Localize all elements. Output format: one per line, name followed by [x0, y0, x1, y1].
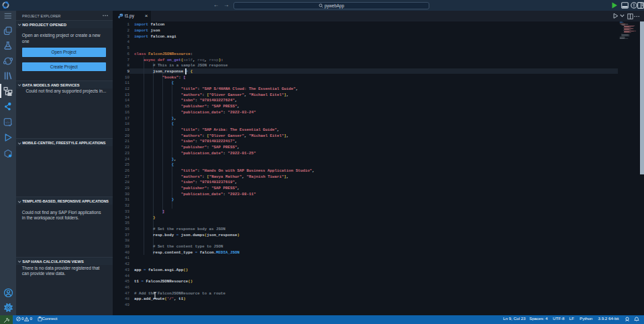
svg-text:</>: </> [5, 120, 10, 123]
